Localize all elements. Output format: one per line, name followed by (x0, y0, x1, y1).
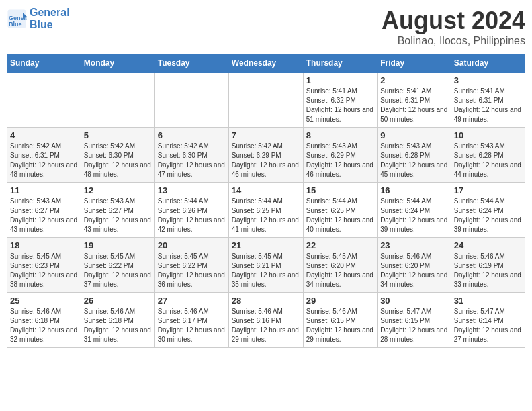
sunrise-text: Sunrise: 5:46 AM (380, 253, 431, 260)
calendar-week-row: 1 Sunrise: 5:41 AM Sunset: 6:32 PM Dayli… (7, 73, 525, 128)
day-info: Sunrise: 5:46 AM Sunset: 6:17 PM Dayligh… (158, 307, 226, 345)
daylight-text: Daylight: 12 hours and 50 minutes. (380, 106, 447, 123)
day-info: Sunrise: 5:46 AM Sunset: 6:18 PM Dayligh… (84, 307, 152, 345)
day-info: Sunrise: 5:44 AM Sunset: 6:25 PM Dayligh… (306, 197, 374, 234)
sunrise-text: Sunrise: 5:46 AM (84, 308, 135, 315)
logo-text: General Blue (30, 7, 70, 31)
calendar-day-cell: 9 Sunrise: 5:43 AM Sunset: 6:28 PM Dayli… (378, 128, 451, 183)
calendar-day-cell: 29 Sunrise: 5:46 AM Sunset: 6:15 PM Dayl… (303, 293, 377, 348)
sunrise-text: Sunrise: 5:45 AM (158, 253, 209, 260)
sunrise-text: Sunrise: 5:43 AM (10, 197, 61, 205)
sunrise-text: Sunrise: 5:42 AM (84, 142, 135, 150)
sunset-text: Sunset: 6:24 PM (380, 207, 430, 214)
daylight-text: Daylight: 12 hours and 44 minutes. (454, 161, 521, 178)
calendar-week-row: 4 Sunrise: 5:42 AM Sunset: 6:31 PM Dayli… (7, 128, 525, 183)
sunrise-text: Sunrise: 5:42 AM (10, 142, 61, 150)
day-info: Sunrise: 5:41 AM Sunset: 6:32 PM Dayligh… (306, 87, 374, 124)
sunset-text: Sunset: 6:27 PM (84, 207, 134, 214)
sunrise-text: Sunrise: 5:41 AM (380, 87, 431, 95)
sunrise-text: Sunrise: 5:43 AM (380, 142, 431, 150)
calendar-day-cell: 20 Sunrise: 5:45 AM Sunset: 6:22 PM Dayl… (154, 238, 228, 293)
daylight-text: Daylight: 12 hours and 47 minutes. (158, 161, 225, 178)
sunset-text: Sunset: 6:32 PM (306, 97, 356, 104)
sunset-text: Sunset: 6:22 PM (84, 262, 134, 269)
day-of-week-header: Friday (378, 54, 451, 73)
day-info: Sunrise: 5:46 AM Sunset: 6:15 PM Dayligh… (306, 307, 374, 345)
daylight-text: Daylight: 12 hours and 42 minutes. (158, 216, 225, 233)
day-info: Sunrise: 5:45 AM Sunset: 6:23 PM Dayligh… (10, 252, 78, 289)
calendar-day-cell: 2 Sunrise: 5:41 AM Sunset: 6:31 PM Dayli… (378, 73, 451, 128)
day-info: Sunrise: 5:42 AM Sunset: 6:30 PM Dayligh… (158, 142, 226, 179)
sunrise-text: Sunrise: 5:46 AM (232, 308, 283, 315)
sunrise-text: Sunrise: 5:44 AM (232, 197, 283, 205)
day-number: 8 (306, 130, 374, 140)
sunset-text: Sunset: 6:22 PM (158, 262, 208, 269)
calendar-day-cell: 25 Sunrise: 5:46 AM Sunset: 6:18 PM Dayl… (7, 293, 81, 348)
daylight-text: Daylight: 12 hours and 33 minutes. (454, 271, 521, 288)
sunset-text: Sunset: 6:29 PM (232, 152, 281, 159)
subtitle: Bolinao, Ilocos, Philippines (382, 35, 525, 47)
sunset-text: Sunset: 6:16 PM (232, 317, 281, 324)
calendar-day-cell: 23 Sunrise: 5:46 AM Sunset: 6:20 PM Dayl… (378, 238, 451, 293)
day-number: 25 (10, 295, 78, 306)
daylight-text: Daylight: 12 hours and 48 minutes. (10, 161, 77, 178)
day-info: Sunrise: 5:44 AM Sunset: 6:24 PM Dayligh… (454, 197, 522, 234)
day-number: 19 (84, 240, 152, 250)
calendar-table: SundayMondayTuesdayWednesdayThursdayFrid… (7, 54, 525, 348)
day-info: Sunrise: 5:43 AM Sunset: 6:29 PM Dayligh… (306, 142, 374, 179)
day-number: 24 (454, 240, 522, 250)
sunrise-text: Sunrise: 5:41 AM (306, 87, 357, 95)
sunset-text: Sunset: 6:21 PM (232, 262, 281, 269)
sunrise-text: Sunrise: 5:47 AM (380, 308, 431, 315)
sunrise-text: Sunrise: 5:43 AM (306, 142, 357, 150)
calendar-day-cell: 16 Sunrise: 5:44 AM Sunset: 6:24 PM Dayl… (378, 183, 451, 238)
daylight-text: Daylight: 12 hours and 30 minutes. (158, 326, 225, 343)
day-number: 5 (84, 130, 152, 140)
calendar-day-cell: 22 Sunrise: 5:45 AM Sunset: 6:20 PM Dayl… (303, 238, 377, 293)
sunset-text: Sunset: 6:28 PM (454, 152, 504, 159)
calendar-day-cell: 11 Sunrise: 5:43 AM Sunset: 6:27 PM Dayl… (7, 183, 81, 238)
calendar-day-cell: 7 Sunrise: 5:42 AM Sunset: 6:29 PM Dayli… (228, 128, 303, 183)
day-info: Sunrise: 5:47 AM Sunset: 6:15 PM Dayligh… (380, 307, 448, 345)
sunrise-text: Sunrise: 5:43 AM (84, 197, 135, 205)
sunrise-text: Sunrise: 5:46 AM (158, 308, 209, 315)
sunrise-text: Sunrise: 5:44 AM (306, 197, 357, 205)
calendar-day-cell (7, 73, 81, 128)
day-info: Sunrise: 5:44 AM Sunset: 6:26 PM Dayligh… (158, 197, 226, 234)
sunset-text: Sunset: 6:18 PM (84, 317, 134, 324)
day-info: Sunrise: 5:43 AM Sunset: 6:27 PM Dayligh… (84, 197, 152, 234)
day-number: 27 (158, 295, 226, 306)
day-info: Sunrise: 5:42 AM Sunset: 6:30 PM Dayligh… (84, 142, 152, 179)
day-number: 29 (306, 295, 374, 306)
day-number: 30 (380, 295, 448, 306)
calendar-header-row: SundayMondayTuesdayWednesdayThursdayFrid… (7, 54, 525, 73)
day-info: Sunrise: 5:47 AM Sunset: 6:14 PM Dayligh… (454, 307, 522, 345)
sunrise-text: Sunrise: 5:44 AM (158, 197, 209, 205)
sunset-text: Sunset: 6:20 PM (306, 262, 356, 269)
daylight-text: Daylight: 12 hours and 39 minutes. (454, 216, 521, 233)
sunset-text: Sunset: 6:17 PM (158, 317, 208, 324)
sunrise-text: Sunrise: 5:47 AM (454, 308, 505, 315)
day-info: Sunrise: 5:43 AM Sunset: 6:28 PM Dayligh… (380, 142, 448, 179)
day-number: 13 (158, 185, 226, 195)
sunset-text: Sunset: 6:18 PM (10, 317, 60, 324)
sunrise-text: Sunrise: 5:42 AM (232, 142, 283, 150)
daylight-text: Daylight: 12 hours and 41 minutes. (232, 216, 299, 233)
daylight-text: Daylight: 12 hours and 46 minutes. (232, 161, 299, 178)
day-info: Sunrise: 5:46 AM Sunset: 6:20 PM Dayligh… (380, 252, 448, 289)
calendar-day-cell: 19 Sunrise: 5:45 AM Sunset: 6:22 PM Dayl… (81, 238, 154, 293)
calendar-day-cell: 31 Sunrise: 5:47 AM Sunset: 6:14 PM Dayl… (451, 293, 525, 348)
sunrise-text: Sunrise: 5:46 AM (454, 253, 505, 260)
day-info: Sunrise: 5:44 AM Sunset: 6:24 PM Dayligh… (380, 197, 448, 234)
day-of-week-header: Saturday (451, 54, 525, 73)
calendar-day-cell (154, 73, 228, 128)
calendar-day-cell: 5 Sunrise: 5:42 AM Sunset: 6:30 PM Dayli… (81, 128, 154, 183)
calendar-day-cell: 15 Sunrise: 5:44 AM Sunset: 6:25 PM Dayl… (303, 183, 377, 238)
daylight-text: Daylight: 12 hours and 38 minutes. (10, 271, 77, 288)
daylight-text: Daylight: 12 hours and 28 minutes. (380, 326, 447, 343)
sunset-text: Sunset: 6:31 PM (10, 152, 60, 159)
day-of-week-header: Tuesday (154, 54, 228, 73)
day-info: Sunrise: 5:45 AM Sunset: 6:21 PM Dayligh… (232, 252, 300, 289)
sunset-text: Sunset: 6:31 PM (454, 97, 504, 104)
sunset-text: Sunset: 6:27 PM (10, 207, 60, 214)
